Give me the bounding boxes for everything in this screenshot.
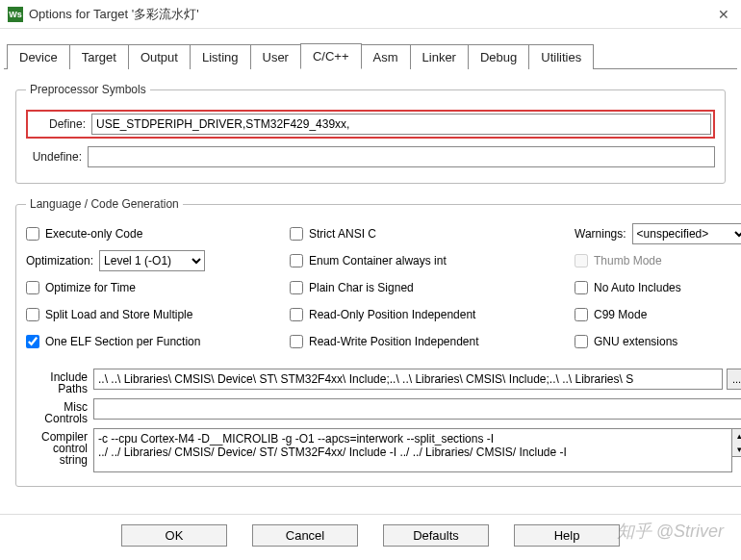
chk-plain-char[interactable]: [290, 281, 303, 294]
tab-content: Preprocessor Symbols Define: Undefine: L…: [0, 69, 741, 508]
chk-no-auto-inc[interactable]: [575, 281, 588, 294]
chk-thumb: [575, 254, 588, 267]
lbl-no-auto-inc: No Auto Includes: [594, 281, 681, 294]
chk-ro-pi[interactable]: [290, 308, 303, 321]
input-include-paths[interactable]: ..\ ..\ Libraries\ CMSIS\ Device\ ST\ ST…: [93, 369, 723, 390]
define-label: Define:: [30, 117, 91, 131]
tab-linker[interactable]: Linker: [410, 44, 469, 69]
lbl-gnu-ext: GNU extensions: [594, 335, 677, 348]
chk-strict-ansi[interactable]: [290, 227, 303, 241]
lbl-rw-pi: Read-Write Position Independent: [309, 335, 479, 348]
undefine-label: Undefine:: [26, 150, 88, 164]
chk-execute-only[interactable]: [26, 227, 39, 241]
group-langgen: Language / Code Generation Execute-only …: [15, 197, 741, 487]
tab-strip: Device Target Output Listing User C/C++ …: [4, 40, 737, 69]
select-warnings[interactable]: <unspecified>: [632, 223, 741, 244]
define-input[interactable]: [91, 114, 711, 135]
group-preprocessor: Preprocessor Symbols Define: Undefine:: [15, 83, 726, 184]
tab-user[interactable]: User: [250, 44, 301, 69]
tab-output[interactable]: Output: [128, 44, 191, 69]
tab-device[interactable]: Device: [7, 44, 70, 69]
chk-gnu-ext[interactable]: [575, 335, 588, 348]
tab-asm[interactable]: Asm: [361, 44, 411, 69]
tab-listing[interactable]: Listing: [190, 44, 251, 69]
cancel-button[interactable]: Cancel: [252, 524, 358, 547]
lbl-split-load: Split Load and Store Multiple: [45, 308, 192, 321]
chk-optimize-time[interactable]: [26, 281, 39, 294]
chk-one-elf[interactable]: [26, 335, 39, 348]
chk-c99[interactable]: [575, 308, 588, 321]
titlebar: Ws Options for Target '多彩流水灯' ✕: [0, 0, 741, 29]
legend-langgen: Language / Code Generation: [26, 197, 183, 211]
lbl-enum-container: Enum Container always int: [309, 254, 447, 267]
input-misc-controls[interactable]: [93, 398, 741, 420]
lbl-warnings: Warnings:: [575, 227, 626, 241]
lbl-optimize-time: Optimize for Time: [45, 281, 136, 294]
scroll-compiler-string[interactable]: ▴ ▾: [732, 428, 741, 457]
define-highlight: Define:: [26, 110, 715, 139]
chk-split-load[interactable]: [26, 308, 39, 321]
undefine-input[interactable]: [88, 146, 715, 167]
help-button[interactable]: Help: [514, 524, 620, 547]
legend-preprocessor: Preprocessor Symbols: [26, 83, 150, 96]
dialog-button-bar: OK Cancel Defaults Help: [0, 514, 741, 554]
app-icon: Ws: [8, 7, 23, 22]
lbl-thumb: Thumb Mode: [594, 254, 662, 267]
lbl-one-elf: One ELF Section per Function: [45, 335, 200, 348]
chk-rw-pi[interactable]: [290, 335, 303, 348]
box-compiler-string: -c --cpu Cortex-M4 -D__MICROLIB -g -O1 -…: [93, 428, 732, 472]
lbl-strict-ansi: Strict ANSI C: [309, 227, 376, 241]
lbl-execute-only: Execute-only Code: [45, 227, 142, 241]
tab-utilities[interactable]: Utilities: [528, 44, 594, 69]
scroll-up-icon[interactable]: ▴: [732, 429, 741, 443]
tab-c-cpp[interactable]: C/C++: [300, 43, 362, 69]
btn-include-browse[interactable]: ...: [727, 369, 741, 390]
lbl-ro-pi: Read-Only Position Independent: [309, 308, 475, 321]
lbl-misc-controls: Misc Controls: [26, 398, 93, 424]
select-optimization[interactable]: Level 1 (-O1): [99, 250, 205, 271]
defaults-button[interactable]: Defaults: [383, 524, 489, 547]
close-icon[interactable]: ✕: [714, 5, 733, 24]
lbl-include-paths: Include Paths: [26, 369, 93, 395]
ok-button[interactable]: OK: [121, 524, 227, 547]
lbl-compiler-string: Compiler control string: [26, 428, 93, 466]
scroll-down-icon[interactable]: ▾: [732, 443, 741, 456]
tab-target[interactable]: Target: [69, 44, 129, 69]
tab-debug[interactable]: Debug: [468, 44, 529, 69]
lbl-c99: C99 Mode: [594, 308, 647, 321]
window-title: Options for Target '多彩流水灯': [29, 6, 714, 23]
chk-enum-container[interactable]: [290, 254, 303, 267]
lbl-optimization: Optimization:: [26, 254, 93, 267]
lbl-plain-char: Plain Char is Signed: [309, 281, 414, 294]
